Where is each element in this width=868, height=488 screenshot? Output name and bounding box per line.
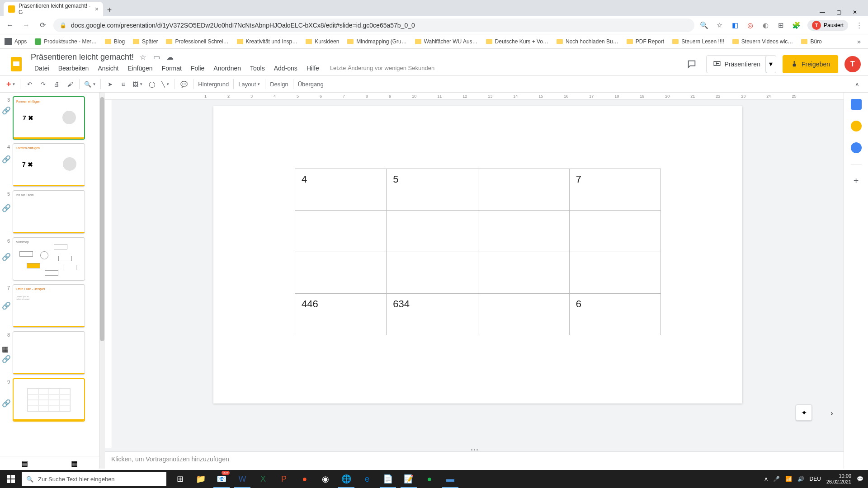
spotify-icon[interactable]: ●	[420, 470, 439, 488]
table-cell[interactable]: 7	[569, 169, 660, 211]
back-button[interactable]: ←	[5, 20, 15, 31]
collapse-toolbar-icon[interactable]: ʌ	[851, 78, 863, 90]
transition-button[interactable]: Übergang	[296, 78, 326, 90]
table-cell[interactable]: 5	[387, 169, 478, 211]
menu-view[interactable]: Ansicht	[94, 63, 122, 74]
menu-addons[interactable]: Add-ons	[270, 63, 301, 74]
menu-format[interactable]: Format	[158, 63, 185, 74]
bookmarks-overflow-icon[interactable]: »	[854, 37, 863, 46]
menu-edit[interactable]: Bearbeiten	[55, 63, 93, 74]
notes-splitter[interactable]	[105, 448, 844, 451]
ext4-icon[interactable]: ⊞	[777, 21, 786, 30]
table-cell[interactable]: 634	[387, 294, 478, 335]
comments-button[interactable]	[684, 56, 700, 72]
keep-icon[interactable]	[851, 121, 862, 131]
bookmark-item[interactable]: Steuern Lesen !!!!	[672, 38, 724, 45]
explorer-icon[interactable]: 📁	[191, 470, 211, 488]
thumbnail-panel[interactable]: 3 Formen einfügen7 ✖ 🔗 4 Formen einfügen…	[0, 93, 99, 469]
ext1-icon[interactable]: ◧	[731, 21, 740, 30]
table-cell[interactable]	[295, 211, 387, 252]
notepad-icon[interactable]: 📝	[399, 470, 419, 488]
textbox-tool[interactable]: ⧈	[117, 78, 130, 90]
maximize-icon[interactable]: ▢	[835, 8, 843, 16]
slide-thumbnail[interactable]: Erste Folie - BeispielLorem ipsumdolor s…	[13, 284, 85, 328]
extensions-icon[interactable]: 🧩	[792, 21, 801, 30]
table-cell[interactable]: 6	[569, 294, 660, 335]
table-cell[interactable]: 446	[295, 294, 387, 335]
doc-title[interactable]: Präsentieren leicht gemacht!	[31, 52, 134, 62]
explore-button[interactable]: ✦	[796, 404, 812, 421]
bookmark-item[interactable]: Büro	[801, 38, 821, 45]
tray-clock[interactable]: 10:00 26.02.2021	[826, 473, 851, 485]
obs-icon[interactable]: ◉	[316, 470, 335, 488]
comment-tool[interactable]: 💬	[178, 78, 190, 90]
bookmark-item[interactable]: Steuern Videos wic…	[732, 38, 793, 45]
menu-arrange[interactable]: Anordnen	[210, 63, 245, 74]
speaker-notes[interactable]: Klicken, um Vortragsnotizen hinzuzufügen	[105, 451, 844, 469]
forward-button[interactable]: →	[21, 20, 32, 31]
thumb-scrollbar[interactable]	[99, 93, 105, 469]
taskbar-search[interactable]: 🔍 Zur Suche Text hier eingeben	[22, 472, 166, 486]
add-addon-icon[interactable]: +	[851, 175, 862, 186]
table-cell[interactable]	[478, 211, 569, 252]
excel-icon[interactable]: X	[253, 470, 273, 488]
ext3-icon[interactable]: ◐	[761, 21, 770, 30]
table-cell[interactable]	[569, 252, 660, 294]
tray-overflow-icon[interactable]: ʌ	[764, 476, 768, 482]
apps-button[interactable]: Apps	[5, 38, 27, 45]
edge-icon[interactable]: e	[357, 470, 377, 488]
menu-insert[interactable]: Einfügen	[124, 63, 156, 74]
slide-thumbnail[interactable]: Ich bin Titeln	[13, 190, 85, 234]
paint-format-button[interactable]: 🖌	[64, 78, 76, 90]
tray-notifications-icon[interactable]: 💬	[857, 476, 863, 482]
table-cell[interactable]	[478, 294, 569, 335]
print-button[interactable]: 🖨	[50, 78, 63, 90]
bookmark-item[interactable]: PDF Report	[627, 38, 664, 45]
filmstrip-view-icon[interactable]: ▤	[21, 459, 28, 466]
menu-help[interactable]: Hilfe	[303, 63, 323, 74]
slide-table[interactable]: 4 5 7	[295, 169, 661, 335]
bookmark-item[interactable]: Professionell Schrei…	[166, 38, 228, 45]
table-cell[interactable]	[387, 252, 478, 294]
menu-slide[interactable]: Folie	[187, 63, 208, 74]
minimize-icon[interactable]: —	[818, 8, 826, 16]
chrome-icon[interactable]: 🌐	[336, 470, 356, 488]
bookmark-item[interactable]: Produktsuche - Mer…	[35, 38, 97, 45]
slide-thumbnail[interactable]: Formen einfügen7 ✖	[13, 143, 85, 187]
url-input[interactable]: 🔒 docs.google.com/presentation/d/1yV372S…	[53, 19, 694, 32]
table-cell[interactable]	[478, 169, 569, 211]
mail-icon[interactable]: 📧99+	[212, 470, 231, 488]
bookmark-item[interactable]: Kreativität und Insp…	[237, 38, 298, 45]
layout-button[interactable]: Layout▼	[236, 78, 262, 90]
app-icon[interactable]: 📄	[378, 470, 398, 488]
tray-wifi-icon[interactable]: 📶	[785, 476, 792, 482]
slide-thumbnail[interactable]: Mindmap	[13, 237, 85, 281]
bookmark-item[interactable]: Kursideen	[306, 38, 339, 45]
browser-menu-icon[interactable]: ⋮	[854, 21, 863, 30]
bookmark-item[interactable]: Deutsche Kurs + Vo…	[486, 38, 548, 45]
move-doc-icon[interactable]: ▭	[152, 53, 161, 62]
zoom-icon[interactable]: 🔍	[700, 21, 709, 30]
select-tool[interactable]: ➤	[104, 78, 116, 90]
bookmark-item[interactable]: Wahlfächer WU Aus…	[415, 38, 478, 45]
ext2-icon[interactable]: ◎	[746, 21, 755, 30]
account-avatar[interactable]: T	[844, 56, 861, 72]
slide-thumbnail[interactable]	[13, 331, 85, 375]
new-tab-button[interactable]: +	[103, 4, 116, 16]
redo-button[interactable]: ↷	[37, 78, 49, 90]
bookmark-item[interactable]: Mindmapping (Gru…	[347, 38, 406, 45]
task-view-icon[interactable]: ⊞	[170, 470, 190, 488]
vertical-ruler[interactable]	[105, 100, 112, 448]
bookmark-item[interactable]: Blog	[105, 38, 125, 45]
new-slide-button[interactable]: +▼	[5, 78, 17, 90]
tray-mic-icon[interactable]: 🎤	[773, 476, 780, 482]
background-button[interactable]: Hintergrund	[196, 78, 231, 90]
app-icon-2[interactable]: ▬	[440, 470, 460, 488]
close-tab-icon[interactable]: ×	[95, 5, 99, 13]
table-cell[interactable]	[387, 211, 478, 252]
browser-tab[interactable]: Präsentieren leicht gemacht! - G ×	[4, 2, 103, 16]
close-window-icon[interactable]: ✕	[851, 8, 859, 16]
star-doc-icon[interactable]: ☆	[138, 53, 147, 62]
table-cell[interactable]	[295, 252, 387, 294]
table-cell[interactable]	[478, 252, 569, 294]
